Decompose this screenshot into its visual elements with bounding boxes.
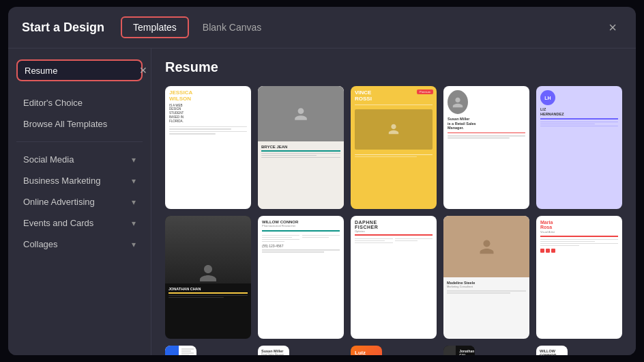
template-card[interactable]: WILLOW CONNOR Pharmaceutical Technician <box>536 346 568 355</box>
sidebar-item-label: Business Marketing <box>23 176 100 186</box>
tab-group: Templates Blank Canvas <box>121 16 272 38</box>
chevron-down-icon: ▾ <box>132 197 136 207</box>
sidebar-item-collages[interactable]: Collages ▾ <box>16 234 143 255</box>
sidebar-divider <box>16 141 143 142</box>
template-card[interactable]: WILLOW CONNOR Pharmaceutical Researcher <box>258 216 344 339</box>
sidebar-item-events-cards[interactable]: Events and Cards ▾ <box>16 212 143 234</box>
template-card[interactable]: JESSICAWILSON IS A WEBDESIGNSTUDENTBASED… <box>165 86 251 209</box>
sidebar-item-editors-choice[interactable]: Editor's Choice <box>16 92 143 113</box>
template-card[interactable]: JONATHAN CHAN <box>165 216 251 339</box>
sidebar-item-label: Browse All Templates <box>23 119 107 129</box>
templates-grid-row3: JessicaWilson Web DesignStudent <box>165 346 622 355</box>
search-box[interactable]: Resume ✕ 🔍 <box>16 59 143 81</box>
template-card[interactable]: Luiz <box>351 346 382 355</box>
chevron-down-icon: ▾ <box>132 219 136 228</box>
tab-templates[interactable]: Templates <box>121 16 189 38</box>
search-input[interactable]: Resume <box>25 66 139 76</box>
modal-overlay: Start a Design Templates Blank Canvas × … <box>0 0 644 362</box>
template-card[interactable]: DAPHNEFISCHER Optician <box>351 216 437 339</box>
sidebar-item-business-marketing[interactable]: Business Marketing ▾ <box>16 170 143 191</box>
sidebar-item-social-media[interactable]: Social Media ▾ <box>16 149 143 170</box>
template-card[interactable]: BRYCE JEAN <box>258 86 344 209</box>
template-card[interactable]: Susan Milleris a Retail SalesManager. <box>443 86 529 209</box>
main-content: Resume JESSICAWILSON IS A WEBDESIGNSTUDE… <box>151 48 636 355</box>
close-button[interactable]: × <box>603 18 622 37</box>
template-card[interactable]: Madeline Steele Marketing Consultant <box>443 216 529 339</box>
template-card[interactable]: LH LIZHERNANDEZ <box>536 86 622 209</box>
modal-body: Resume ✕ 🔍 Editor's Choice Browse All Te… <box>8 48 636 355</box>
templates-grid-row2: JONATHAN CHAN WILLOW CONNOR Pharm <box>165 216 622 339</box>
chevron-down-icon: ▾ <box>132 240 136 249</box>
section-title: Resume <box>165 59 622 75</box>
sidebar-item-label: Social Media <box>23 154 74 165</box>
template-card[interactable]: Jonathan CAI Photographer <box>443 346 475 355</box>
templates-grid: JESSICAWILSON IS A WEBDESIGNSTUDENTBASED… <box>165 86 622 209</box>
modal: Start a Design Templates Blank Canvas × … <box>8 7 636 355</box>
chevron-down-icon: ▾ <box>132 155 136 165</box>
template-card[interactable]: MariaRosa Visual Artist <box>536 216 622 339</box>
sidebar: Resume ✕ 🔍 Editor's Choice Browse All Te… <box>8 48 151 355</box>
modal-title: Start a Design <box>22 20 104 35</box>
template-card[interactable]: Susan Miller Retail Sales Manager <box>258 346 289 355</box>
template-card[interactable]: JessicaWilson Web DesignStudent <box>165 346 196 355</box>
sidebar-item-browse-all[interactable]: Browse All Templates <box>16 113 143 135</box>
sidebar-item-label: Editor's Choice <box>23 98 83 108</box>
template-card[interactable]: Premium VINCEROSSI <box>351 86 437 209</box>
modal-header: Start a Design Templates Blank Canvas × <box>8 7 636 48</box>
sidebar-item-online-advertising[interactable]: Online Advertising ▾ <box>16 191 143 212</box>
sidebar-item-label: Events and Cards <box>23 218 93 228</box>
chevron-down-icon: ▾ <box>132 176 136 186</box>
tab-blank-canvas[interactable]: Blank Canvas <box>192 16 272 38</box>
search-clear-button[interactable]: ✕ <box>139 65 147 76</box>
sidebar-item-label: Online Advertising <box>23 197 95 207</box>
sidebar-item-label: Collages <box>23 239 58 249</box>
